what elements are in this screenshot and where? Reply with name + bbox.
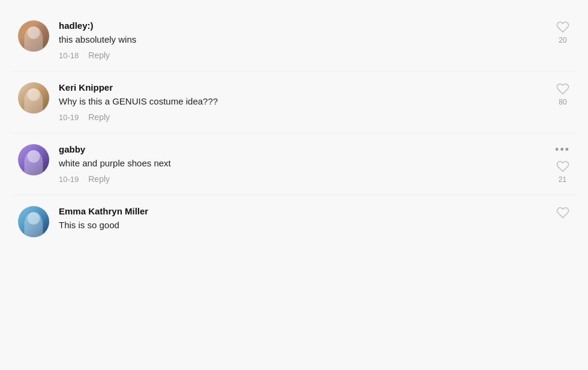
like-count: 80 xyxy=(559,98,566,106)
comment-username: gabby xyxy=(59,144,545,154)
more-options-icon[interactable]: ••• xyxy=(555,144,570,155)
comment-item: Emma Kathryn Miller This is so good xyxy=(12,195,576,248)
comment-item: gabby white and purple shoes next 10-19 … xyxy=(12,133,576,195)
comment-content: hadley:) this absolutely wins 10-18 Repl… xyxy=(59,20,546,60)
like-icon[interactable] xyxy=(556,206,569,219)
comment-actions: 20 xyxy=(546,20,570,44)
avatar xyxy=(18,144,49,175)
comment-actions: ••• 21 xyxy=(545,144,570,184)
reply-button[interactable]: Reply xyxy=(88,112,110,122)
comment-date: 10-18 xyxy=(59,51,79,60)
comment-meta: 10-18 Reply xyxy=(59,50,546,60)
like-count: 21 xyxy=(559,175,566,184)
comment-text: this absolutely wins xyxy=(59,33,546,46)
comment-text: This is so good xyxy=(59,219,546,231)
like-icon[interactable] xyxy=(556,20,569,34)
like-icon[interactable] xyxy=(556,82,569,96)
reply-button[interactable]: Reply xyxy=(88,174,110,184)
comment-meta: 10-19 Reply xyxy=(59,112,546,122)
comment-date: 10-19 xyxy=(59,175,79,184)
comment-meta: 10-19 Reply xyxy=(59,174,545,184)
comment-actions xyxy=(546,206,570,219)
comment-actions: 80 xyxy=(546,82,570,106)
comment-date: 10-19 xyxy=(59,113,79,122)
comment-content: Emma Kathryn Miller This is so good xyxy=(59,206,546,236)
comment-item: Keri Knipper Why is this a GENUIS costum… xyxy=(12,71,576,133)
comment-content: Keri Knipper Why is this a GENUIS costum… xyxy=(59,82,546,122)
like-icon[interactable] xyxy=(556,160,569,173)
comment-content: gabby white and purple shoes next 10-19 … xyxy=(59,144,545,184)
like-count: 20 xyxy=(559,36,566,44)
comment-username: Keri Knipper xyxy=(59,82,546,92)
comment-text: Why is this a GENUIS costume idea??? xyxy=(59,95,546,108)
avatar xyxy=(18,20,49,52)
comment-username: hadley:) xyxy=(59,20,546,31)
comment-list: hadley:) this absolutely wins 10-18 Repl… xyxy=(12,10,576,248)
comment-username: Emma Kathryn Miller xyxy=(59,206,546,216)
comment-item: hadley:) this absolutely wins 10-18 Repl… xyxy=(12,10,576,71)
avatar xyxy=(18,206,49,237)
avatar xyxy=(18,82,49,114)
reply-button[interactable]: Reply xyxy=(88,50,110,60)
comment-text: white and purple shoes next xyxy=(59,157,545,169)
